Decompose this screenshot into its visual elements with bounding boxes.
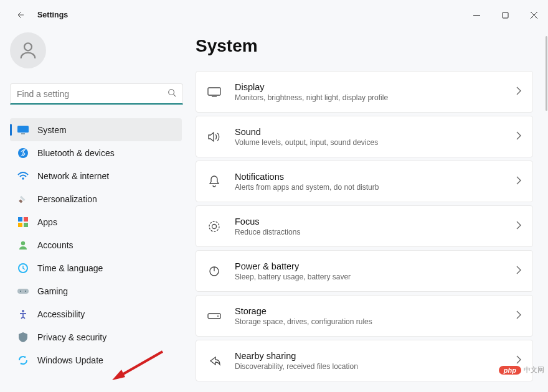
- window-title: Settings: [37, 11, 68, 19]
- card-subtitle: Volume levels, output, input, sound devi…: [235, 138, 516, 147]
- sidebar-item-label: System: [37, 125, 67, 135]
- sidebar-item-time[interactable]: Time & language: [10, 256, 182, 279]
- maximize-icon: [502, 12, 509, 19]
- chevron-right-icon: [516, 266, 521, 277]
- sidebar-item-network[interactable]: Network & internet: [10, 164, 182, 187]
- card-subtitle: Sleep, battery usage, battery saver: [235, 273, 516, 281]
- sidebar-item-accessibility[interactable]: Accessibility: [10, 302, 182, 325]
- scrollbar[interactable]: [543, 36, 548, 372]
- svg-rect-15: [18, 223, 22, 227]
- svg-rect-23: [208, 88, 220, 95]
- sidebar-item-label: Accounts: [37, 240, 73, 250]
- chevron-right-icon: [516, 310, 521, 322]
- sidebar-item-label: Bluetooth & devices: [37, 148, 115, 158]
- card-subtitle: Reduce distractions: [235, 228, 516, 236]
- sound-icon: [207, 131, 221, 142]
- sidebar-item-accounts[interactable]: Accounts: [10, 233, 182, 256]
- update-icon: [17, 355, 29, 366]
- paint-icon: [17, 194, 29, 205]
- person-icon: [17, 40, 39, 61]
- card-subtitle: Alerts from apps and system, do not dist…: [235, 183, 516, 192]
- chevron-right-icon: [516, 355, 521, 366]
- search-input[interactable]: [17, 89, 168, 99]
- minimize-icon: [473, 12, 480, 19]
- display-icon: [207, 87, 221, 97]
- scrollbar-thumb[interactable]: [546, 36, 547, 111]
- wifi-icon: [17, 170, 29, 182]
- close-button[interactable]: [519, 2, 548, 27]
- card-storage[interactable]: Storage Storage space, drives, configura…: [196, 295, 533, 337]
- sidebar-item-label: Accessibility: [37, 309, 85, 319]
- card-power[interactable]: Power & battery Sleep, battery usage, ba…: [196, 250, 533, 292]
- svg-rect-11: [19, 199, 22, 203]
- accessibility-icon: [17, 309, 29, 320]
- sidebar-item-bluetooth[interactable]: Bluetooth & devices: [10, 141, 182, 164]
- svg-rect-19: [17, 289, 29, 294]
- sidebar-item-system[interactable]: System: [10, 118, 182, 141]
- sidebar-item-personalization[interactable]: Personalization: [10, 187, 182, 210]
- sidebar-item-privacy[interactable]: Privacy & security: [10, 325, 182, 348]
- svg-rect-13: [18, 217, 22, 222]
- clock-icon: [17, 263, 29, 274]
- titlebar: Settings: [0, 0, 548, 30]
- sidebar-item-gaming[interactable]: Gaming: [10, 279, 182, 302]
- maximize-button[interactable]: [491, 2, 519, 27]
- back-arrow-icon: [15, 10, 25, 20]
- card-display[interactable]: Display Monitors, brightness, night ligh…: [196, 71, 533, 113]
- card-focus[interactable]: Focus Reduce distractions: [196, 205, 533, 247]
- card-title: Focus: [235, 217, 516, 226]
- card-title: Nearby sharing: [235, 351, 516, 361]
- storage-icon: [207, 313, 221, 319]
- gaming-icon: [17, 286, 29, 297]
- svg-point-4: [24, 43, 32, 50]
- card-title: Storage: [235, 306, 516, 316]
- svg-point-25: [209, 222, 219, 231]
- card-title: Power & battery: [235, 261, 516, 271]
- sidebar-item-label: Gaming: [37, 286, 68, 296]
- system-icon: [17, 124, 29, 136]
- card-body: Storage Storage space, drives, configura…: [235, 306, 516, 326]
- chevron-right-icon: [516, 221, 521, 232]
- apps-icon: [17, 217, 29, 228]
- page-heading: System: [196, 36, 533, 56]
- card-title: Display: [235, 82, 516, 92]
- search-icon: [168, 88, 176, 100]
- card-title: Notifications: [235, 172, 516, 182]
- account-icon: [17, 240, 29, 251]
- sidebar-item-apps[interactable]: Apps: [10, 210, 182, 233]
- window-controls: [462, 2, 548, 27]
- card-notifications[interactable]: Notifications Alerts from apps and syste…: [196, 161, 533, 202]
- bluetooth-icon: [17, 147, 29, 159]
- svg-point-22: [22, 310, 24, 312]
- back-button[interactable]: [11, 6, 29, 24]
- nav-list: System Bluetooth & devices Network & int…: [10, 118, 189, 371]
- minimize-button[interactable]: [462, 2, 491, 27]
- power-icon: [207, 266, 221, 277]
- user-avatar[interactable]: [10, 32, 46, 68]
- svg-point-20: [20, 291, 21, 292]
- sidebar-item-label: Network & internet: [37, 171, 109, 181]
- main-content: System Display Monitors, brightness, nig…: [189, 30, 548, 392]
- card-body: Power & battery Sleep, battery usage, ba…: [235, 261, 516, 281]
- share-icon: [207, 355, 221, 366]
- card-body: Display Monitors, brightness, night ligh…: [235, 82, 516, 102]
- svg-point-21: [25, 291, 26, 292]
- search-box[interactable]: [10, 83, 183, 105]
- svg-rect-1: [503, 12, 508, 18]
- card-body: Focus Reduce distractions: [235, 217, 516, 236]
- svg-rect-16: [24, 223, 28, 227]
- card-sound[interactable]: Sound Volume levels, output, input, soun…: [196, 116, 533, 157]
- chevron-right-icon: [516, 176, 521, 187]
- card-body: Sound Volume levels, output, input, soun…: [235, 127, 516, 147]
- focus-icon: [207, 220, 221, 233]
- sidebar-item-label: Privacy & security: [37, 332, 106, 342]
- sidebar-item-update[interactable]: Windows Update: [10, 348, 182, 371]
- watermark-text: 中文网: [524, 365, 544, 375]
- svg-point-26: [212, 224, 217, 228]
- sidebar-item-label: Apps: [37, 217, 57, 227]
- svg-rect-8: [21, 133, 25, 134]
- svg-rect-14: [24, 217, 28, 222]
- watermark-badge: php: [499, 366, 521, 375]
- bell-icon: [207, 175, 221, 188]
- card-nearby[interactable]: Nearby sharing Discoverability, received…: [196, 340, 533, 381]
